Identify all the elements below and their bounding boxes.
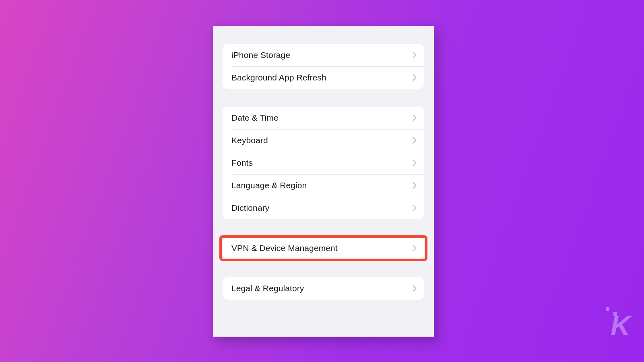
row-dictionary[interactable]: Dictionary bbox=[223, 197, 424, 219]
row-label: iPhone Storage bbox=[231, 50, 290, 60]
row-language-region[interactable]: Language & Region bbox=[223, 174, 424, 197]
settings-group-vpn-highlighted: VPN & Device Management bbox=[220, 237, 427, 259]
settings-group-legal: Legal & Regulatory bbox=[223, 277, 424, 300]
chevron-right-icon bbox=[412, 159, 417, 167]
row-iphone-storage[interactable]: iPhone Storage bbox=[223, 44, 424, 66]
row-vpn-device-management[interactable]: VPN & Device Management bbox=[223, 237, 424, 259]
row-label: Legal & Regulatory bbox=[231, 284, 304, 293]
settings-panel: iPhone Storage Background App Refresh Da… bbox=[213, 26, 434, 337]
chevron-right-icon bbox=[412, 285, 417, 292]
row-label: Keyboard bbox=[231, 136, 268, 145]
row-keyboard[interactable]: Keyboard bbox=[223, 129, 424, 152]
row-background-app-refresh[interactable]: Background App Refresh bbox=[223, 66, 424, 89]
chevron-right-icon bbox=[412, 137, 417, 144]
watermark-logo: K bbox=[611, 310, 630, 341]
watermark-dots-icon bbox=[606, 307, 617, 311]
chevron-right-icon bbox=[412, 245, 417, 252]
settings-group-storage: iPhone Storage Background App Refresh bbox=[223, 44, 424, 89]
row-label: Background App Refresh bbox=[231, 73, 326, 82]
chevron-right-icon bbox=[412, 204, 417, 212]
row-label: VPN & Device Management bbox=[231, 243, 338, 253]
row-label: Language & Region bbox=[231, 181, 307, 190]
row-label: Dictionary bbox=[231, 203, 269, 213]
row-date-time[interactable]: Date & Time bbox=[223, 107, 424, 129]
chevron-right-icon bbox=[412, 51, 417, 59]
chevron-right-icon bbox=[412, 74, 417, 81]
settings-group-system: Date & Time Keyboard Fonts Language & Re… bbox=[223, 107, 424, 219]
chevron-right-icon bbox=[412, 182, 417, 189]
row-label: Date & Time bbox=[231, 113, 279, 123]
chevron-right-icon bbox=[412, 114, 417, 121]
row-legal-regulatory[interactable]: Legal & Regulatory bbox=[223, 277, 424, 300]
row-fonts[interactable]: Fonts bbox=[223, 152, 424, 174]
row-label: Fonts bbox=[231, 158, 253, 168]
